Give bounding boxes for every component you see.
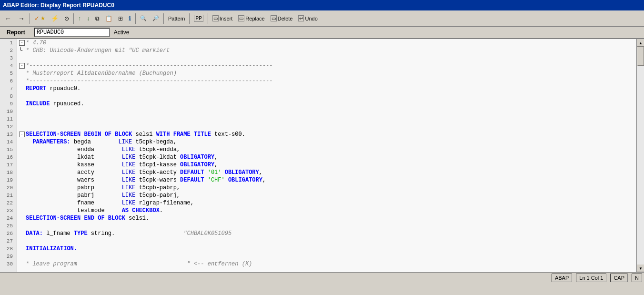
scroll-down-button[interactable]: ▼: [637, 264, 644, 272]
pattern-label: Pattern: [168, 16, 185, 21]
upload-icon: ↑: [78, 15, 81, 22]
kw-parameters: PARAMETERS:: [26, 138, 70, 146]
line-num-13: 13: [2, 131, 15, 138]
code-like-begda: t5cpk-begda,: [132, 138, 177, 146]
download-button[interactable]: ↓: [84, 12, 92, 25]
spacer-2: └: [19, 47, 26, 54]
sep1: [30, 13, 30, 24]
line-num-15: 15: [2, 146, 15, 153]
spacer-16: [19, 153, 26, 161]
insert-icon: ▭: [212, 15, 219, 21]
line-num-11: 11: [2, 115, 15, 123]
spacer-30: [19, 260, 26, 268]
collapse-icon-4[interactable]: -: [19, 63, 25, 69]
delete-button[interactable]: ▭ Delete: [268, 12, 295, 25]
syntax-check-button[interactable]: ⊙: [62, 12, 71, 25]
scroll-up-button[interactable]: ▲: [637, 39, 644, 47]
undo-button[interactable]: ↩ Undo: [296, 12, 320, 25]
line-num-20: 20: [2, 184, 15, 192]
report-menu-item[interactable]: Report: [3, 28, 29, 37]
back-icon: ←: [4, 15, 12, 22]
code-param-pabrj: pabrj: [26, 192, 122, 199]
line-num-24: 24: [2, 214, 15, 222]
code-line-9: INCLUDE rpuauced.: [19, 100, 634, 108]
code-dot-23: .: [160, 207, 163, 214]
kw-like-19: LIKE: [122, 176, 136, 184]
spacer-5: [19, 70, 26, 77]
paste-button[interactable]: 📋: [103, 12, 115, 25]
forward-icon: →: [18, 15, 25, 22]
code-editor[interactable]: - * 4.70 └ * CHB: Unicode-Änderungen mit…: [17, 39, 636, 272]
code-param-accty: accty: [26, 169, 122, 176]
kw-like-22: LIKE: [122, 199, 136, 207]
upload-button[interactable]: ↑: [76, 12, 83, 25]
code-line-11: [19, 115, 634, 123]
code-line-28: INITIALIZATION.: [19, 245, 634, 253]
line-num-23: 23: [2, 207, 15, 214]
sep5: [189, 13, 190, 24]
table-button[interactable]: ⊞: [116, 12, 125, 25]
code-param-fname: fname: [26, 199, 122, 207]
find-next-button[interactable]: 🔎: [150, 12, 161, 25]
report-input[interactable]: [34, 28, 110, 37]
replace-icon: ▭: [238, 15, 244, 21]
copy-button[interactable]: ⧉: [93, 12, 102, 25]
activate-button[interactable]: ⚡: [49, 12, 61, 25]
delete-label: Delete: [278, 16, 293, 21]
code-comma-16: ,: [214, 153, 218, 161]
status-bar: ABAP Ln 1 Col 1 CAP N: [0, 272, 644, 283]
str-chf: 'CHF': [204, 176, 225, 184]
kw-with: WITH FRAME TITLE: [156, 131, 211, 138]
find-button[interactable]: 🔍: [138, 12, 149, 25]
code-line-24: SELECTION-SCREEN END OF BLOCK sels1.: [19, 214, 634, 222]
check-save-button[interactable]: ✓ ★: [32, 12, 48, 25]
code-param-kasse: kasse: [26, 161, 122, 169]
line-num-14: 14: [2, 138, 15, 146]
code-ss-begin: sels1: [132, 131, 156, 138]
forward-button[interactable]: →: [15, 12, 28, 25]
info-button[interactable]: ℹ: [126, 12, 133, 25]
back-button[interactable]: ←: [2, 12, 14, 25]
pretty-print-button[interactable]: PP: [191, 12, 205, 25]
line-num-22: 22: [2, 199, 15, 207]
replace-button[interactable]: ▭ Replace: [236, 12, 267, 25]
status-position: Ln 1 Col 1: [576, 274, 606, 282]
code-line-12: [19, 123, 634, 131]
kw-as-23: AS CHECKBOX: [122, 207, 160, 214]
line-num-1: 1: [2, 39, 15, 47]
report-status: Active: [114, 29, 130, 36]
scrollbar-v[interactable]: ▲ ▼: [636, 39, 644, 272]
kw-include: INCLUDE: [26, 100, 50, 108]
kw-oblig-18: OBLIGATORY: [221, 169, 259, 176]
sep4: [163, 13, 164, 24]
scroll-track: [637, 47, 644, 264]
collapse-icon-1[interactable]: -: [19, 40, 25, 46]
line-num-21: 21: [2, 192, 15, 199]
line-num-12: 12: [2, 123, 15, 131]
code-comma-18: ,: [259, 169, 262, 176]
pattern-button[interactable]: Pattern: [166, 12, 187, 25]
line-numbers: 1 2 3 4 5 6 7 8 9 10 11 12 13 14 15 16 1…: [0, 39, 17, 272]
kw-oblig-19: OBLIGATORY: [225, 176, 262, 184]
code-content-4: *---------------------------------------…: [26, 62, 272, 70]
collapse-icon-13[interactable]: -: [19, 132, 25, 137]
code-param-begda: begda: [70, 138, 119, 146]
spacer-22: [19, 199, 26, 207]
insert-button[interactable]: ▭ Insert: [210, 12, 235, 25]
kw-default-18: DEFAULT: [180, 169, 204, 176]
line-num-28: 28: [2, 245, 15, 253]
code-type-str: string.: [88, 230, 184, 237]
code-param-lkdat: lkdat: [26, 153, 122, 161]
spacer-17: [19, 161, 26, 169]
line-num-3: 3: [2, 54, 15, 62]
scroll-thumb[interactable]: [637, 47, 644, 66]
line-num-5: 5: [2, 70, 15, 77]
code-param-endda: endda: [26, 146, 122, 153]
spacer-9: [19, 100, 26, 108]
kw-like-20: LIKE: [122, 184, 136, 192]
code-comment-30a: * leave program: [26, 260, 187, 268]
info-icon: ℹ: [129, 15, 131, 22]
line-num-4: 4: [2, 62, 15, 70]
table-icon: ⊞: [118, 15, 123, 22]
code-like-lkdat: t5cpk-lkdat: [135, 153, 180, 161]
